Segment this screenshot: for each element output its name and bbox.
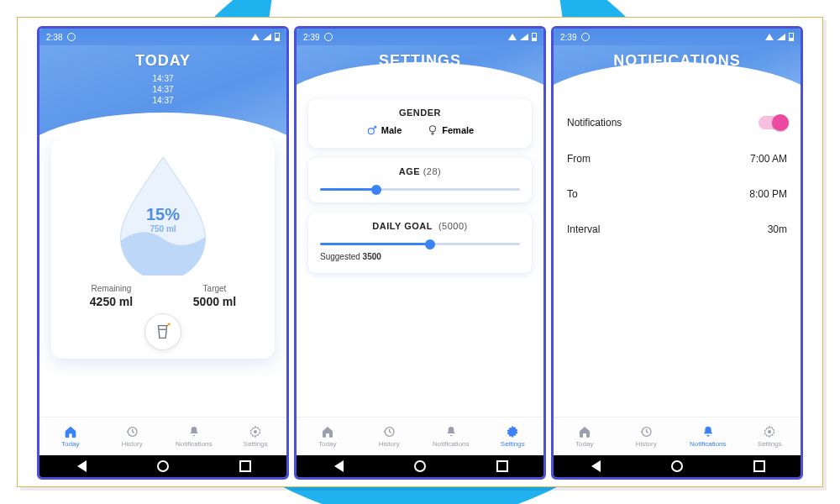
tab-history[interactable]: History	[616, 417, 678, 455]
status-bar: 2:39	[554, 29, 801, 45]
suggested-value: 3500	[363, 252, 381, 261]
tab-settings[interactable]: Settings	[225, 417, 287, 455]
clock: 2:38	[46, 33, 62, 42]
history-icon	[125, 425, 139, 438]
tab-bar: Today History Notifications Settings	[39, 417, 286, 455]
tab-notifications[interactable]: Notifications	[420, 417, 482, 455]
suggested-label: Suggested	[320, 252, 360, 261]
nav-recent-icon[interactable]	[753, 460, 765, 472]
settings-status-icon	[67, 33, 76, 41]
notifications-toggle[interactable]	[759, 116, 787, 129]
to-label: To	[567, 188, 578, 200]
header-today: TODAY 14:37 14:37 14:37	[39, 45, 286, 138]
row-from[interactable]: From 7:00 AM	[565, 141, 789, 176]
showcase-frame: 2:38 TODAY 14:37 14:37 14:37	[17, 17, 823, 487]
android-nav	[297, 455, 543, 477]
water-drop: 15% 750 ml	[113, 150, 213, 276]
history-icon	[382, 425, 396, 438]
signal-icon	[263, 34, 271, 40]
male-icon	[366, 124, 378, 136]
tab-bar: Today History Notifications Settings	[554, 417, 801, 455]
history-icon	[639, 425, 653, 438]
recent-times: 14:37 14:37 14:37	[39, 73, 286, 106]
page-title: NOTIFICATIONS	[554, 45, 801, 70]
svg-point-2	[254, 430, 257, 433]
tab-today[interactable]: Today	[554, 417, 616, 455]
tab-today[interactable]: Today	[39, 417, 102, 455]
to-value: 8:00 PM	[749, 188, 787, 200]
female-icon	[427, 124, 438, 136]
add-drink-button[interactable]	[144, 313, 181, 350]
progress-percent: 15%	[146, 205, 180, 224]
nav-recent-icon[interactable]	[496, 460, 508, 472]
clock: 2:39	[560, 33, 576, 42]
from-value: 7:00 AM	[750, 153, 787, 165]
gear-icon	[506, 425, 519, 438]
age-slider[interactable]	[320, 188, 520, 191]
nav-home-icon[interactable]	[414, 460, 426, 472]
phone-settings: 2:39 SETTINGS GENDER Male	[294, 26, 546, 480]
header-notifications: NOTIFICATIONS	[554, 45, 801, 87]
daily-goal-card: DAILY GOAL (5000) Suggested 3500	[308, 213, 532, 273]
tab-bar: Today History Notifications Settings	[297, 417, 543, 455]
from-label: From	[567, 153, 591, 165]
home-icon	[321, 425, 334, 438]
signal-icon	[777, 34, 785, 40]
tab-settings[interactable]: Settings	[482, 417, 544, 455]
battery-icon	[789, 33, 794, 41]
gear-icon	[249, 425, 262, 438]
nav-home-icon[interactable]	[671, 460, 683, 472]
gender-female[interactable]: Female	[427, 124, 474, 136]
age-value: (28)	[423, 166, 442, 176]
phone-today: 2:38 TODAY 14:37 14:37 14:37	[37, 26, 289, 480]
row-to[interactable]: To 8:00 PM	[565, 176, 789, 212]
wifi-icon	[765, 34, 774, 40]
tab-notifications[interactable]: Notifications	[677, 417, 739, 455]
interval-value: 30m	[768, 223, 787, 235]
enable-label: Notifications	[567, 117, 622, 129]
tab-history[interactable]: History	[359, 417, 421, 455]
nav-back-icon[interactable]	[332, 460, 344, 472]
target-value: 5000 ml	[193, 295, 236, 308]
today-card: 15% 750 ml Remaining 4250 ml Target 5000…	[51, 138, 275, 359]
svg-point-3	[368, 129, 374, 134]
wifi-icon	[508, 34, 517, 40]
wifi-icon	[251, 34, 260, 40]
nav-back-icon[interactable]	[75, 460, 87, 472]
row-interval[interactable]: Interval 30m	[565, 212, 789, 247]
nav-recent-icon[interactable]	[239, 460, 251, 472]
goal-value: (5000)	[438, 221, 468, 231]
header-settings: SETTINGS	[297, 45, 543, 87]
remaining-label: Remaining	[90, 284, 133, 293]
remaining-value: 4250 ml	[90, 295, 133, 308]
clock: 2:39	[303, 33, 319, 42]
goal-heading: DAILY GOAL	[372, 221, 432, 231]
goal-slider[interactable]	[320, 243, 520, 245]
gender-card: GENDER Male Female	[308, 99, 532, 148]
interval-label: Interval	[567, 223, 600, 235]
page-title: TODAY	[39, 45, 286, 70]
status-bar: 2:38	[39, 29, 286, 45]
age-heading: AGE	[399, 166, 420, 176]
svg-point-8	[768, 430, 771, 433]
status-bar: 2:39	[297, 29, 543, 45]
row-enable[interactable]: Notifications	[565, 104, 789, 141]
android-nav	[554, 455, 801, 477]
gender-male[interactable]: Male	[366, 124, 402, 136]
nav-home-icon[interactable]	[157, 460, 169, 472]
settings-status-icon	[581, 33, 590, 41]
tab-notifications[interactable]: Notifications	[163, 417, 225, 455]
tab-settings[interactable]: Settings	[739, 417, 801, 455]
tab-today[interactable]: Today	[297, 417, 359, 455]
phone-notifications: 2:39 NOTIFICATIONS Notifications From 7:…	[551, 26, 803, 480]
nav-back-icon[interactable]	[589, 460, 601, 472]
tab-history[interactable]: History	[102, 417, 164, 455]
age-card: AGE (28)	[308, 158, 532, 202]
gear-icon	[763, 425, 776, 438]
svg-point-0	[168, 323, 171, 325]
home-icon	[64, 425, 77, 438]
android-nav	[39, 455, 286, 477]
home-icon	[578, 425, 591, 438]
battery-icon	[532, 33, 537, 41]
gender-heading: GENDER	[320, 108, 520, 118]
